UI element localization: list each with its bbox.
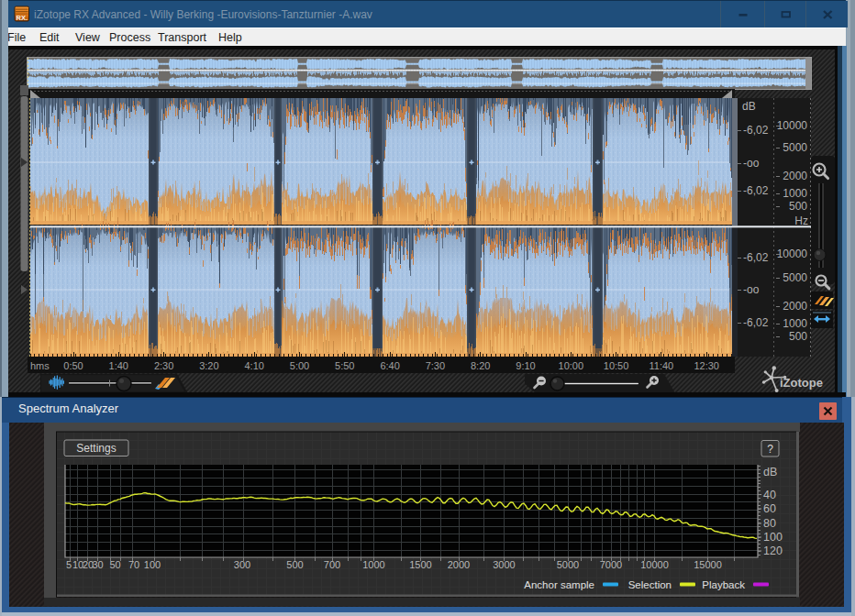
svg-text:iZotope RX Advanced - Willy Be: iZotope RX Advanced - Willy Berking -Eur… xyxy=(34,8,372,21)
svg-text:Process: Process xyxy=(109,31,150,44)
svg-text:3000: 3000 xyxy=(493,559,515,570)
svg-text:9:10: 9:10 xyxy=(516,360,535,371)
svg-text:1000: 1000 xyxy=(362,559,384,570)
svg-text:120: 120 xyxy=(763,544,783,557)
svg-text:2000: 2000 xyxy=(783,300,807,313)
svg-text:500: 500 xyxy=(286,559,303,570)
svg-text:7000: 7000 xyxy=(600,559,622,570)
svg-text:10000: 10000 xyxy=(777,248,808,260)
svg-text:10:50: 10:50 xyxy=(604,360,629,371)
svg-text:dB: dB xyxy=(763,466,777,478)
svg-text:2:30: 2:30 xyxy=(154,360,173,371)
svg-text:2000: 2000 xyxy=(448,559,470,570)
svg-text:6:40: 6:40 xyxy=(380,360,399,371)
svg-text:100: 100 xyxy=(144,559,161,570)
svg-text:?: ? xyxy=(767,443,773,456)
svg-text:Help: Help xyxy=(218,31,242,44)
svg-text:View: View xyxy=(75,31,101,44)
svg-text:Hz: Hz xyxy=(794,214,808,227)
svg-text:5:50: 5:50 xyxy=(335,360,354,371)
svg-text:1500: 1500 xyxy=(409,559,431,570)
svg-text:-6,02: -6,02 xyxy=(743,251,769,264)
svg-text:5:00: 5:00 xyxy=(290,360,309,371)
svg-text:Edit: Edit xyxy=(39,31,60,44)
svg-text:11:40: 11:40 xyxy=(650,360,674,371)
svg-text:3:20: 3:20 xyxy=(199,360,218,371)
svg-text:10000: 10000 xyxy=(777,119,808,132)
svg-text:5000: 5000 xyxy=(557,559,579,570)
svg-text:RX.: RX. xyxy=(17,14,28,22)
svg-text:5: 5 xyxy=(66,559,72,570)
svg-text:Spectrum Analyzer: Spectrum Analyzer xyxy=(18,402,119,415)
svg-text:Playback: Playback xyxy=(702,579,745,590)
svg-text:500: 500 xyxy=(789,330,807,343)
svg-text:10:00: 10:00 xyxy=(559,360,584,371)
svg-text:100: 100 xyxy=(763,531,783,544)
svg-text:12:30: 12:30 xyxy=(694,360,719,371)
svg-text:-oo: -oo xyxy=(743,283,760,296)
svg-text:5000: 5000 xyxy=(783,141,807,154)
svg-text:60: 60 xyxy=(763,502,776,515)
svg-text:1000: 1000 xyxy=(783,317,807,330)
svg-text:Settings: Settings xyxy=(76,442,116,455)
svg-text:-6,02: -6,02 xyxy=(743,184,769,197)
svg-text:7:30: 7:30 xyxy=(426,360,445,371)
svg-text:30: 30 xyxy=(92,559,103,570)
svg-text:80: 80 xyxy=(763,517,776,530)
svg-text:Anchor sample: Anchor sample xyxy=(524,579,594,590)
svg-text:15000: 15000 xyxy=(694,559,722,570)
svg-text:5000: 5000 xyxy=(783,271,807,284)
svg-text:70: 70 xyxy=(128,559,139,570)
svg-text:dB: dB xyxy=(742,100,756,113)
svg-text:-oo: -oo xyxy=(743,157,760,170)
svg-text:hms: hms xyxy=(30,360,50,371)
svg-text:0:50: 0:50 xyxy=(63,360,83,371)
svg-text:-6,02: -6,02 xyxy=(743,124,769,137)
svg-text:40: 40 xyxy=(763,489,776,501)
svg-text:2000: 2000 xyxy=(783,170,807,182)
svg-text:Selection: Selection xyxy=(628,579,672,590)
svg-text:File: File xyxy=(7,31,26,44)
svg-text:-6,02: -6,02 xyxy=(743,316,769,329)
svg-text:1000: 1000 xyxy=(783,187,807,200)
svg-text:4:10: 4:10 xyxy=(244,360,263,371)
svg-text:50: 50 xyxy=(109,559,120,570)
svg-text:700: 700 xyxy=(324,559,340,570)
svg-text:iZotope: iZotope xyxy=(780,376,823,390)
svg-text:500: 500 xyxy=(789,200,807,213)
svg-text:300: 300 xyxy=(234,559,250,570)
svg-text:10000: 10000 xyxy=(640,559,669,570)
svg-text:8:20: 8:20 xyxy=(471,360,490,371)
svg-text:1:40: 1:40 xyxy=(109,360,128,371)
svg-text:Transport: Transport xyxy=(158,31,207,44)
